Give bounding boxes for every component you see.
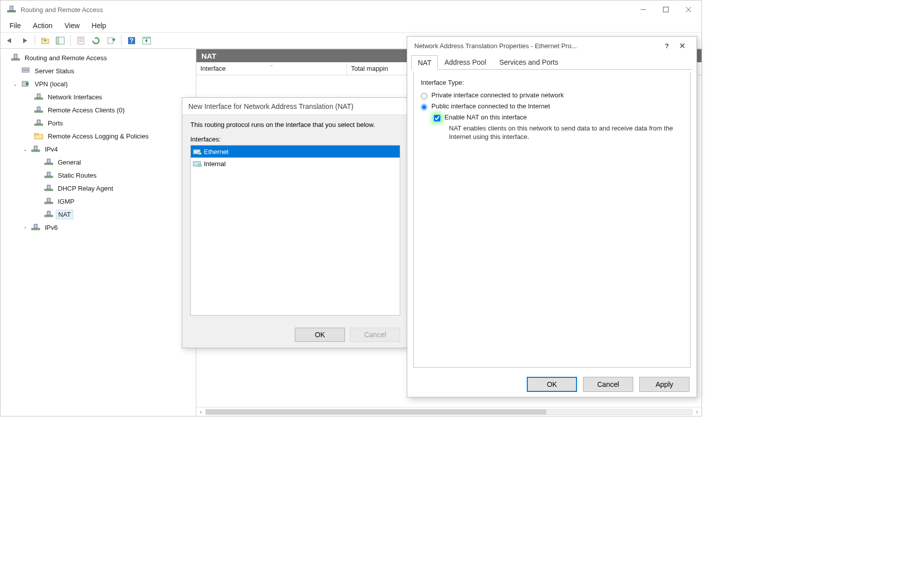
- svg-rect-32: [35, 133, 38, 135]
- ports-icon: [34, 118, 44, 128]
- tree-dhcp-relay[interactable]: DHCP Relay Agent: [1, 182, 196, 195]
- col-interface[interactable]: ⌄Interface: [196, 62, 347, 75]
- svg-rect-4: [663, 7, 668, 12]
- titlebar: Routing and Remote Access: [1, 1, 702, 19]
- dialog-new-interface: New Interface for Network Address Transl…: [182, 97, 409, 348]
- dialog1-title: New Interface for Network Address Transl…: [182, 98, 408, 115]
- dialog-nat-properties: Network Address Translation Properties -…: [407, 36, 697, 397]
- svg-point-2: [8, 11, 9, 12]
- toolbar-properties-icon[interactable]: [74, 35, 88, 47]
- svg-rect-30: [37, 120, 40, 124]
- tree-network-interfaces[interactable]: Network Interfaces: [1, 90, 196, 103]
- ok-button[interactable]: OK: [295, 328, 345, 342]
- toolbar-up-icon[interactable]: [38, 35, 52, 47]
- menu-help[interactable]: Help: [86, 20, 112, 32]
- cancel-button[interactable]: Cancel: [583, 377, 633, 392]
- menu-file[interactable]: File: [4, 20, 27, 32]
- svg-rect-11: [78, 37, 84, 44]
- rras-icon: [11, 53, 21, 63]
- enable-nat-desc: NAT enables clients on this network to s…: [449, 124, 683, 141]
- scroll-left-icon[interactable]: ‹: [196, 407, 205, 416]
- toolbar-back[interactable]: [3, 35, 17, 47]
- tree-server-status[interactable]: ▸ Server Status: [1, 64, 196, 77]
- tree-remote-access-clients[interactable]: Remote Access Clients (0): [1, 103, 196, 116]
- nic-icon: [193, 148, 202, 156]
- close-button[interactable]: ✕: [674, 41, 689, 51]
- svg-rect-23: [22, 70, 29, 72]
- route-icon: [44, 157, 54, 167]
- svg-rect-15: [108, 38, 113, 44]
- ok-button[interactable]: OK: [527, 377, 577, 392]
- tab-services-ports[interactable]: Services and Ports: [493, 55, 565, 69]
- folder-icon: [34, 131, 44, 141]
- toolbar-showhide-icon[interactable]: [53, 35, 67, 47]
- toolbar-showall-icon[interactable]: [140, 35, 154, 47]
- hscrollbar[interactable]: ‹ ›: [196, 407, 702, 416]
- tree-nat[interactable]: NAT: [1, 208, 196, 221]
- tree-vpn[interactable]: ⌄ VPN (local): [1, 77, 196, 90]
- tabpage-nat: Interface Type: Private interface connec…: [413, 72, 690, 368]
- toolbar-refresh-icon[interactable]: [89, 35, 103, 47]
- menu-action[interactable]: Action: [27, 20, 59, 32]
- close-button[interactable]: [677, 2, 700, 17]
- server-icon: [21, 66, 31, 76]
- tab-address-pool[interactable]: Address Pool: [438, 55, 493, 69]
- toolbar-forward[interactable]: [18, 35, 32, 47]
- nic-icon: [193, 160, 202, 168]
- svg-rect-38: [47, 172, 50, 176]
- route-icon: [44, 196, 54, 206]
- svg-rect-22: [22, 68, 29, 70]
- tree-ports[interactable]: Ports: [1, 116, 196, 129]
- tree-ipv6[interactable]: › IPv6: [1, 221, 196, 234]
- tree-igmp[interactable]: IGMP: [1, 195, 196, 208]
- server-running-icon: [21, 79, 31, 89]
- interface-type-label: Interface Type:: [421, 79, 683, 86]
- list-item[interactable]: Internal: [191, 158, 400, 170]
- svg-rect-44: [47, 211, 50, 215]
- scroll-thumb[interactable]: [206, 409, 546, 414]
- svg-rect-28: [37, 107, 40, 111]
- route-icon: [44, 209, 54, 219]
- window-title: Routing and Remote Access: [21, 6, 632, 14]
- checkbox-enable-nat[interactable]: Enable NAT on this interface: [434, 113, 683, 121]
- list-item[interactable]: Ethernet: [191, 146, 400, 158]
- apply-button[interactable]: Apply: [639, 377, 689, 392]
- menu-view[interactable]: View: [58, 20, 85, 32]
- nav-tree[interactable]: ▸ Routing and Remote Access ▸ Server Sta…: [1, 49, 196, 416]
- ipv4-icon: [31, 144, 41, 154]
- help-button[interactable]: ?: [659, 42, 674, 50]
- tab-nat[interactable]: NAT: [411, 55, 438, 70]
- tree-root-label: Routing and Remote Access: [23, 54, 109, 62]
- sort-asc-icon: ⌄: [270, 62, 274, 67]
- svg-rect-8: [42, 38, 45, 40]
- radio-public[interactable]: Public interface connected to the Intern…: [421, 102, 683, 110]
- tree-general[interactable]: General: [1, 156, 196, 169]
- ipv6-icon: [31, 222, 41, 232]
- scroll-track[interactable]: [205, 409, 692, 415]
- svg-rect-19: [143, 37, 151, 39]
- dialog1-desc: This routing protocol runs on the interf…: [190, 121, 400, 128]
- dialog2-title: Network Address Translation Properties -…: [414, 42, 659, 50]
- tree-static-routes[interactable]: Static Routes: [1, 169, 196, 182]
- route-icon: [44, 170, 54, 180]
- toolbar-help-icon[interactable]: ?: [125, 35, 139, 47]
- chevron-down-icon[interactable]: ⌄: [12, 81, 19, 87]
- tree-ipv4[interactable]: ⌄ IPv4: [1, 143, 196, 156]
- interfaces-listbox[interactable]: Ethernet Internal: [190, 145, 400, 316]
- scroll-right-icon[interactable]: ›: [692, 407, 702, 416]
- cancel-button[interactable]: Cancel: [350, 328, 400, 342]
- chevron-right-icon[interactable]: ›: [22, 225, 29, 230]
- radio-private[interactable]: Private interface connected to private n…: [421, 91, 683, 99]
- svg-rect-36: [47, 159, 50, 163]
- svg-rect-10: [56, 37, 59, 44]
- minimize-button[interactable]: [632, 2, 654, 17]
- chevron-down-icon[interactable]: ⌄: [22, 147, 29, 152]
- maximize-button[interactable]: [654, 2, 677, 17]
- svg-rect-40: [47, 185, 50, 189]
- svg-rect-48: [198, 153, 201, 155]
- app-icon: [6, 4, 18, 16]
- toolbar-export-icon[interactable]: [104, 35, 118, 47]
- tabs: NAT Address Pool Services and Ports: [411, 55, 692, 70]
- tree-logging[interactable]: Remote Access Logging & Policies: [1, 129, 196, 143]
- tree-root[interactable]: ▸ Routing and Remote Access: [1, 51, 196, 64]
